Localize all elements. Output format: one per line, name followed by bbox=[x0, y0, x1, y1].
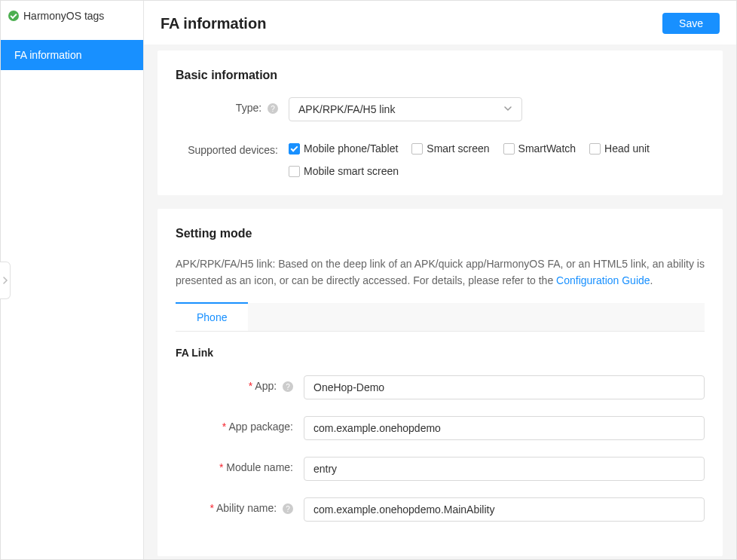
checkbox-label: Mobile phone/Tablet bbox=[304, 142, 398, 155]
sidebar-header-text: HarmonyOS tags bbox=[23, 10, 104, 22]
ability-input[interactable] bbox=[304, 497, 705, 522]
checkbox-mobile-smart-screen[interactable]: Mobile smart screen bbox=[289, 165, 399, 177]
sidebar-item-label: FA information bbox=[14, 49, 82, 61]
chevron-right-icon bbox=[2, 276, 8, 285]
checkbox-smart-screen[interactable]: Smart screen bbox=[411, 142, 489, 155]
devices-checkbox-group: Mobile phone/Tablet Smart screen SmartWa… bbox=[289, 139, 705, 177]
check-circle-icon bbox=[8, 11, 19, 21]
type-select[interactable]: APK/RPK/FA/H5 link bbox=[289, 97, 522, 121]
checkbox-label: Head unit bbox=[604, 142, 650, 155]
fa-link-title: FA Link bbox=[176, 347, 705, 359]
setting-mode-title: Setting mode bbox=[176, 227, 705, 240]
type-label: Type: ? bbox=[176, 97, 289, 114]
main-content: FA information Save Basic information Ty… bbox=[144, 1, 736, 559]
checkbox-icon bbox=[289, 166, 300, 177]
checkbox-icon bbox=[289, 143, 300, 155]
page-title: FA information bbox=[161, 15, 266, 32]
devices-label: Supported devices: bbox=[176, 139, 289, 156]
type-row: Type: ? APK/RPK/FA/H5 link bbox=[176, 97, 705, 121]
setting-mode-card: Setting mode APK/RPK/FA/H5 link: Based o… bbox=[157, 209, 723, 556]
checkbox-label: Mobile smart screen bbox=[304, 165, 399, 177]
device-tabs: Phone bbox=[176, 303, 705, 332]
basic-information-card: Basic information Type: ? APK/RPK/FA/H5 … bbox=[157, 50, 723, 195]
sidebar-item-fa-information[interactable]: FA information bbox=[1, 40, 143, 70]
help-icon[interactable]: ? bbox=[283, 503, 293, 514]
checkbox-icon bbox=[411, 143, 423, 155]
checkbox-label: SmartWatch bbox=[518, 142, 576, 155]
module-row: Module name: bbox=[176, 457, 705, 481]
package-label: App package: bbox=[176, 416, 304, 433]
app-row: App: ? bbox=[176, 375, 705, 399]
devices-row: Supported devices: Mobile phone/Tablet S… bbox=[176, 139, 705, 177]
checkbox-head-unit[interactable]: Head unit bbox=[589, 142, 650, 155]
tab-phone[interactable]: Phone bbox=[176, 302, 248, 331]
chevron-down-icon bbox=[503, 103, 512, 115]
sidebar-header: HarmonyOS tags bbox=[1, 1, 143, 31]
sidebar: HarmonyOS tags FA information bbox=[1, 1, 144, 559]
module-label: Module name: bbox=[176, 457, 304, 473]
checkbox-mobile-tablet[interactable]: Mobile phone/Tablet bbox=[289, 142, 398, 155]
basic-info-title: Basic information bbox=[176, 69, 705, 82]
page-header: FA information Save bbox=[144, 1, 736, 44]
package-row: App package: bbox=[176, 416, 705, 440]
setting-mode-description: APK/RPK/FA/H5 link: Based on the deep li… bbox=[176, 256, 705, 289]
checkbox-icon bbox=[503, 143, 515, 155]
checkbox-icon bbox=[589, 143, 601, 155]
ability-row: Ability name: ? bbox=[176, 497, 705, 522]
help-icon[interactable]: ? bbox=[283, 381, 293, 392]
app-label: App: ? bbox=[176, 375, 304, 392]
ability-label: Ability name: ? bbox=[176, 497, 304, 514]
package-input[interactable] bbox=[304, 416, 705, 440]
sidebar-collapse-handle[interactable] bbox=[0, 262, 11, 299]
configuration-guide-link[interactable]: Configuration Guide bbox=[556, 274, 650, 286]
checkbox-smartwatch[interactable]: SmartWatch bbox=[503, 142, 576, 155]
app-input[interactable] bbox=[304, 375, 705, 399]
checkbox-label: Smart screen bbox=[427, 142, 489, 155]
module-input[interactable] bbox=[304, 457, 705, 481]
help-icon[interactable]: ? bbox=[268, 103, 278, 114]
save-button[interactable]: Save bbox=[662, 13, 720, 34]
type-select-value: APK/RPK/FA/H5 link bbox=[298, 103, 395, 115]
fa-link-section: FA Link App: ? App package: bbox=[176, 347, 705, 522]
